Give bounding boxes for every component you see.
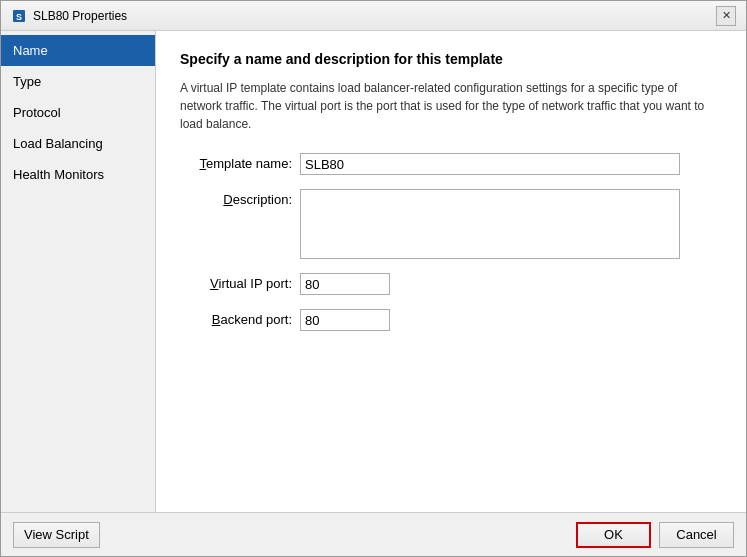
backend-port-label: Backend port: (180, 309, 300, 327)
virtual-ip-port-input[interactable] (300, 273, 390, 295)
footer-right: OK Cancel (576, 522, 734, 548)
sidebar-item-type[interactable]: Type (1, 66, 155, 97)
description-textarea[interactable] (300, 189, 680, 259)
template-name-row: Template name: (180, 153, 722, 175)
backend-port-row: Backend port: (180, 309, 722, 331)
dialog-icon: S (11, 8, 27, 24)
title-bar: S SLB80 Properties ✕ (1, 1, 746, 31)
close-button[interactable]: ✕ (716, 6, 736, 26)
template-name-input[interactable] (300, 153, 680, 175)
virtual-ip-port-row: Virtual IP port: (180, 273, 722, 295)
template-name-label: Template name: (180, 153, 300, 171)
virtual-ip-port-label: Virtual IP port: (180, 273, 300, 291)
ok-button[interactable]: OK (576, 522, 651, 548)
sidebar-item-load-balancing[interactable]: Load Balancing (1, 128, 155, 159)
dialog-title: SLB80 Properties (33, 9, 127, 23)
sidebar: Name Type Protocol Load Balancing Health… (1, 31, 156, 512)
dialog-footer: View Script OK Cancel (1, 512, 746, 556)
sidebar-item-health-monitors[interactable]: Health Monitors (1, 159, 155, 190)
cancel-button[interactable]: Cancel (659, 522, 734, 548)
title-bar-left: S SLB80 Properties (11, 8, 127, 24)
dialog: S SLB80 Properties ✕ Name Type Protocol … (0, 0, 747, 557)
sidebar-item-protocol[interactable]: Protocol (1, 97, 155, 128)
content-description: A virtual IP template contains load bala… (180, 79, 722, 133)
content-area: Specify a name and description for this … (156, 31, 746, 512)
dialog-body: Name Type Protocol Load Balancing Health… (1, 31, 746, 512)
svg-text:S: S (16, 12, 22, 22)
backend-port-input[interactable] (300, 309, 390, 331)
footer-left: View Script (13, 522, 100, 548)
description-label: Description: (180, 189, 300, 207)
description-row: Description: (180, 189, 722, 259)
content-title: Specify a name and description for this … (180, 51, 722, 67)
sidebar-item-name[interactable]: Name (1, 35, 155, 66)
view-script-button[interactable]: View Script (13, 522, 100, 548)
